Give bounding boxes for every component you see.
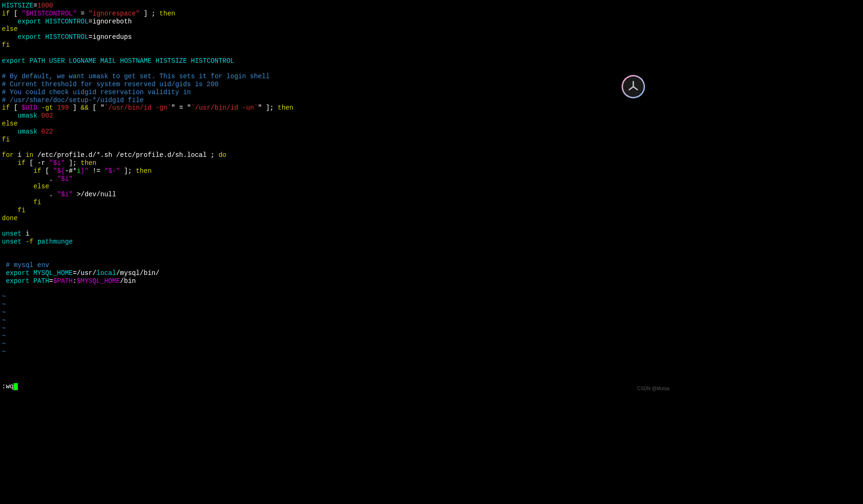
token: done (2, 215, 18, 222)
token: [ -r (25, 159, 49, 167)
token: " (171, 104, 175, 111)
token: "$i" (57, 191, 73, 198)
code-line: if [ "${-#*i}" != "$-" ]; then (2, 167, 671, 175)
code-line: for i in /etc/profile.d/*.sh /etc/profil… (2, 151, 671, 159)
logo-inner (623, 76, 644, 97)
code-line: unset i (2, 230, 671, 238)
code-line: unset -f pathmunge (2, 238, 671, 246)
token: . (2, 175, 57, 183)
token: "${ (53, 167, 65, 175)
code-line: umask 002 (2, 112, 671, 120)
token: /usr/ (77, 269, 97, 277)
code-line: # mysql env (2, 261, 671, 269)
code-line: . "$i" (2, 175, 671, 183)
token: then (278, 104, 293, 111)
token: in (25, 151, 33, 159)
token: ignoreboth (92, 18, 132, 25)
code-line (2, 49, 671, 57)
token: " (100, 104, 104, 111)
code-line (2, 222, 671, 230)
token: [ (41, 167, 53, 175)
code-line: # Current threshold for system reserved … (2, 81, 671, 89)
code-line: fi (2, 207, 671, 215)
token: umask (2, 128, 38, 135)
token: 1000 (38, 2, 53, 9)
token: /mysql/bin/ (116, 269, 159, 277)
code-line: else (2, 25, 671, 33)
token: export (2, 277, 30, 285)
token: 022 (38, 128, 53, 135)
token: fi (2, 199, 41, 206)
token: for (2, 151, 14, 159)
code-line: fi (2, 41, 671, 49)
comment: # /usr/share/doc/setup-*/uidgid file (2, 96, 143, 104)
empty-line-marker: ~ (2, 340, 671, 348)
token: fi (2, 207, 25, 214)
token: `/usr/bin/id -un` (191, 104, 258, 111)
code-line: # By default, we want umask to get set. … (2, 73, 671, 81)
code-line: HISTSIZE=1000 (2, 2, 671, 10)
token: local (97, 269, 116, 277)
token: umask (2, 112, 38, 119)
empty-line-marker: ~ (2, 301, 671, 309)
empty-line-marker: ~ (2, 309, 671, 317)
vim-command-line[interactable]: :wq (2, 383, 18, 391)
code-line: # You could check uidgid reservation val… (2, 89, 671, 96)
token: "$i" (57, 175, 73, 183)
token: /etc/profile.d/*.sh /etc/profile.d/sh.lo… (33, 151, 218, 159)
token: fi (2, 41, 10, 49)
token: else (2, 120, 18, 127)
code-line (2, 143, 671, 151)
token: /bin (120, 277, 136, 285)
code-line: if [ -r "$i" ]; then (2, 159, 671, 167)
code-line: fi (2, 136, 671, 144)
token: if (2, 159, 25, 167)
token: then (81, 159, 97, 167)
cursor-icon (14, 383, 18, 390)
token: . (2, 191, 57, 198)
token: $UID (22, 104, 38, 111)
empty-line-marker: ~ (2, 325, 671, 333)
token: export (2, 269, 30, 277)
token: -f (22, 238, 33, 245)
code-line: export PATH=$PATH:$MYSQL_HOME/bin (2, 277, 671, 285)
logo-badge (622, 75, 645, 98)
editor-content[interactable]: HISTSIZE=1000 if [ "$HISTCONTROL" = "ign… (2, 2, 671, 356)
token: unset (2, 230, 22, 237)
comment: # Current threshold for system reserved … (2, 81, 218, 88)
code-line: export MYSQL_HOME=/usr/local/mysql/bin/ (2, 269, 671, 277)
token: /dev/null (81, 191, 116, 198)
token: if (2, 167, 41, 175)
token: ]; (120, 167, 136, 175)
token: $PATH (53, 277, 73, 285)
token: ] (69, 104, 81, 111)
code-line: export HISTCONTROL=ignoreboth (2, 18, 671, 26)
code-line: else (2, 120, 671, 128)
token: }" (81, 167, 89, 175)
token: [ (89, 104, 100, 111)
token: MYSQL_HOME (30, 269, 73, 277)
token: = (77, 10, 89, 17)
token: = (89, 33, 92, 41)
token: ]; (262, 104, 278, 111)
code-line: # /usr/share/doc/setup-*/uidgid file (2, 96, 671, 104)
token: = (89, 18, 92, 25)
empty-line-marker: ~ (2, 317, 671, 325)
comment: # mysql env (2, 261, 49, 269)
comment: # You could check uidgid reservation val… (2, 89, 191, 96)
token: do (218, 151, 226, 159)
code-line (2, 285, 671, 293)
token: if (2, 104, 10, 111)
token: ] ; (140, 10, 159, 17)
token: then (159, 10, 175, 17)
token: then (136, 167, 152, 175)
token: = (73, 269, 76, 277)
code-line: fi (2, 199, 671, 207)
token: = (33, 2, 37, 9)
token: ]; (65, 159, 81, 167)
empty-line-marker: ~ (2, 348, 671, 356)
token: $MYSQL_HOME (77, 277, 120, 285)
command-text: :wq (2, 383, 14, 390)
watermark: CSDN @Mutsa (638, 386, 670, 392)
token: = (175, 104, 187, 111)
